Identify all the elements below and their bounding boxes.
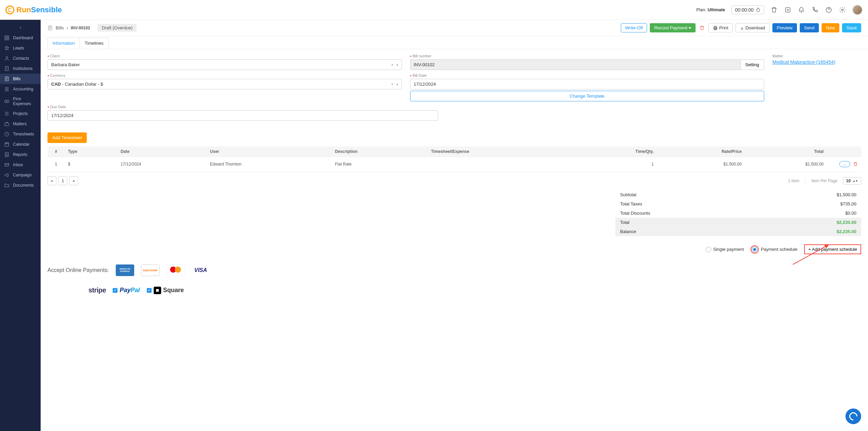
clear-icon[interactable]: × (390, 82, 395, 87)
timer-widget[interactable]: 00:00:00 (731, 5, 765, 14)
clear-icon[interactable]: × (390, 62, 395, 67)
chevron-left-icon (18, 26, 23, 30)
svg-point-12 (6, 101, 8, 102)
tab-timelines[interactable]: Timelines (80, 38, 109, 49)
table-row: 1 $ 17/12/2024 Edward Thornton Flat Rate… (47, 157, 861, 172)
sidebar-item-label: Campaign (13, 173, 32, 177)
topbar-right: Plan: Ultimate 00:00:00 (696, 5, 863, 15)
caret-down-icon[interactable]: ▾ (396, 63, 398, 67)
svg-rect-6 (5, 38, 6, 40)
sidebar-item-dashboard[interactable]: Dashboard (0, 33, 41, 43)
chat-bubble-button[interactable] (845, 408, 861, 424)
delete-bill-icon[interactable] (698, 24, 706, 32)
row-delete-icon[interactable] (853, 162, 858, 167)
change-template-button[interactable]: Change Template (410, 91, 765, 101)
bill-number-setting-button[interactable]: Setting (741, 59, 764, 70)
mastercard-badge (166, 264, 185, 276)
send-button[interactable]: Send (800, 23, 819, 32)
sidebar-item-documents[interactable]: Documents (0, 180, 41, 190)
payment-schedule-radio[interactable]: Payment schedule (751, 245, 797, 254)
preview-button[interactable]: Preview (772, 23, 797, 32)
discover-badge: DISCOVER (141, 264, 159, 276)
trash-icon[interactable] (770, 6, 778, 14)
sidebar-item-campaign[interactable]: Campaign (0, 170, 41, 180)
phone-icon[interactable] (811, 6, 819, 14)
download-button[interactable]: Download (736, 23, 770, 32)
chevron-right-icon: › (67, 25, 68, 30)
page-current[interactable]: 1 (58, 176, 67, 185)
breadcrumb-parent[interactable]: Bills (56, 25, 64, 30)
settings-icon[interactable] (839, 6, 846, 14)
invoice-icon (4, 76, 10, 82)
sidebar-item-leads[interactable]: Leads (0, 43, 41, 53)
bill-form: ●Client Barbara Baker × ▾ ●Bill number I… (41, 49, 868, 129)
col-timeqty: Time/Qty. (575, 146, 657, 157)
timer-value: 00:00:00 (735, 7, 754, 13)
sidebar-item-contacts[interactable]: Contacts (0, 53, 41, 63)
bill-number-label: ●Bill number (410, 54, 765, 58)
new-button[interactable]: New (822, 23, 839, 32)
taxes-value: $735.00 (840, 201, 856, 206)
logo[interactable]: RunSensible (5, 5, 62, 14)
square-toggle[interactable]: ✓ Square (147, 287, 184, 294)
logo-text-run: Run (16, 5, 31, 14)
page-prev-button[interactable]: « (47, 176, 56, 185)
payment-options: Single payment Payment schedule + Add pa… (47, 244, 861, 254)
line-items-table: # Type Date User Description Timesheet/E… (47, 146, 861, 172)
per-page-select[interactable]: 10 ▲▼ (843, 177, 861, 185)
discounts-label: Total Discounts (620, 211, 650, 216)
svg-point-3 (842, 9, 843, 11)
currency-select[interactable]: CAD - Canadian Dollar - $ × ▾ (47, 79, 402, 89)
add-note-icon[interactable] (784, 6, 792, 14)
sidebar-item-firm-expenses[interactable]: Firm Expenses (0, 94, 41, 109)
row-more-button[interactable]: ... (839, 161, 850, 167)
sidebar-item-bills[interactable]: Bills (0, 74, 41, 84)
add-timesheet-button[interactable]: Add Timesheet (47, 132, 87, 143)
sidebar-item-calendar[interactable]: Calendar (0, 139, 41, 149)
paypal-toggle[interactable]: ✓ PayPal (113, 287, 140, 294)
sidebar: DashboardLeadsContactsInstitutionsBillsA… (0, 20, 41, 431)
megaphone-icon (4, 172, 10, 178)
bill-date-input[interactable]: 17/12/2024 (410, 79, 765, 89)
col-user: User (207, 146, 332, 157)
print-button[interactable]: Print (709, 23, 733, 32)
sidebar-item-timesheets[interactable]: Timesheets (0, 129, 41, 139)
single-payment-radio[interactable]: Single payment (706, 247, 744, 252)
client-input[interactable]: Barbara Baker × ▾ (47, 59, 402, 70)
matter-link[interactable]: Medical Malpractice-(165454) (772, 59, 835, 65)
bill-number-input: INV-00102 (410, 59, 741, 70)
download-icon (740, 26, 744, 30)
add-payment-schedule-button[interactable]: + Add payment schedule (804, 244, 861, 254)
sidebar-collapse-toggle[interactable] (0, 23, 41, 33)
page-next-button[interactable]: » (69, 176, 78, 185)
sidebar-item-matters[interactable]: Matters (0, 119, 41, 129)
sidebar-item-label: Timesheets (13, 132, 34, 137)
sidebar-item-label: Reports (13, 152, 27, 157)
header-actions: Write-Off Record Payment ▾ Print Downloa… (621, 23, 861, 32)
notifications-icon[interactable] (798, 6, 805, 14)
svg-point-8 (6, 57, 8, 58)
caret-down-icon[interactable]: ▾ (396, 83, 398, 86)
write-off-button[interactable]: Write-Off (621, 23, 647, 32)
record-payment-button[interactable]: Record Payment ▾ (650, 23, 696, 32)
status-badge: Draft (Overdue) (98, 24, 137, 32)
sidebar-item-institutions[interactable]: Institutions (0, 63, 41, 74)
square-mark-icon (154, 287, 161, 294)
due-date-input[interactable]: 17/12/2024 (47, 110, 438, 121)
sidebar-item-accounting[interactable]: Accounting (0, 84, 41, 94)
total-label: Total (620, 220, 629, 225)
help-icon[interactable] (825, 6, 832, 14)
currency-value: CAD - Canadian Dollar - $ (51, 82, 103, 87)
tab-information[interactable]: Information (47, 38, 80, 49)
cell-total: $1,500.00 (745, 157, 827, 172)
sidebar-item-inbox[interactable]: Inbox (0, 160, 41, 170)
breadcrumb-current: INV-00102 (71, 26, 90, 30)
sidebar-item-reports[interactable]: Reports (0, 149, 41, 160)
user-avatar[interactable] (852, 5, 863, 15)
svg-rect-19 (714, 26, 717, 27)
save-button[interactable]: Save (842, 23, 861, 32)
cell-timeqty: 1 (575, 157, 657, 172)
sidebar-item-projects[interactable]: Projects (0, 109, 41, 119)
svg-rect-4 (5, 36, 6, 38)
taxes-label: Total Taxes (620, 201, 642, 206)
